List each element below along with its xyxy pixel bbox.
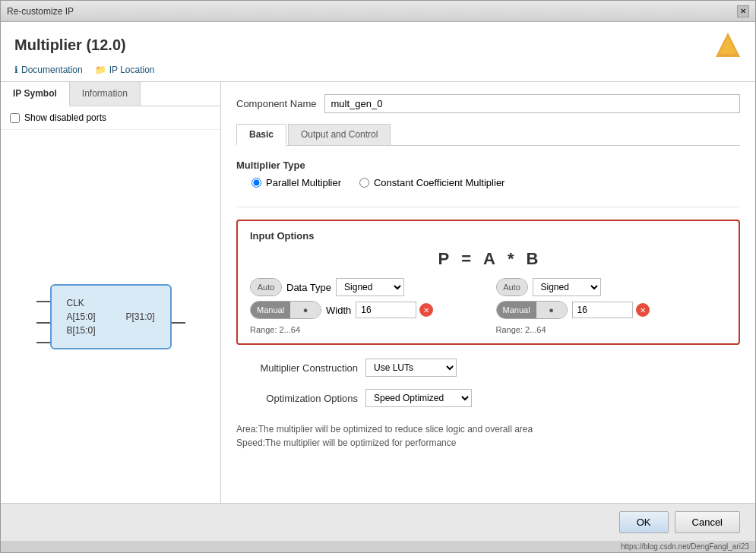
help-text-area: Area:The multiplier will be optimized to…	[236, 422, 740, 450]
a-auto-toggle[interactable]: Auto	[250, 278, 282, 296]
a-data-type-select[interactable]: Signed Unsigned	[336, 278, 404, 296]
b-wire	[36, 342, 50, 343]
help-area-line: Area:The multiplier will be optimized to…	[236, 422, 740, 436]
a-p-row: A[15:0] P[31:0]	[67, 311, 155, 322]
close-icon[interactable]: ✕	[737, 5, 749, 17]
input-a-col: Auto Data Type Signed Unsigned Manual	[250, 278, 481, 334]
b-width-clear[interactable]: ✕	[636, 303, 650, 317]
b-auto-toggle[interactable]: Auto	[496, 278, 528, 296]
component-name-input[interactable]	[324, 94, 741, 113]
a-manual-toggle[interactable]: Manual ●	[250, 301, 321, 319]
tab-ip-symbol[interactable]: IP Symbol	[1, 82, 70, 106]
url-bar: https://blog.csdn.net/DengFangl_ari23	[1, 541, 755, 552]
sub-tabs-bar: Basic Output and Control	[236, 124, 740, 146]
clk-wire	[36, 301, 50, 302]
multiplier-type-section: Multiplier Type Parallel Multiplier Cons…	[236, 160, 740, 194]
a-auto-left[interactable]: Auto	[251, 279, 281, 295]
input-options-title: Input Options	[250, 230, 726, 242]
multiplier-construction-row: Multiplier Construction Use LUTs Use Mul…	[236, 359, 740, 377]
controls-grid: Auto Data Type Signed Unsigned Manual	[250, 278, 726, 334]
a-width-clear[interactable]: ✕	[419, 303, 433, 317]
optimization-options-row: Optimization Options Speed Optimized Are…	[236, 389, 740, 407]
bottom-bar: OK Cancel	[1, 503, 755, 541]
b-width-input-row: ✕	[572, 302, 650, 318]
eq-p: P	[438, 249, 450, 269]
a-manual-side[interactable]: Manual	[251, 302, 290, 318]
radio-group: Parallel Multiplier Constant Coefficient…	[251, 177, 740, 188]
symbol-area: CLK A[15:0] P[31:0] B[15:0]	[1, 130, 220, 503]
eq-a: A	[483, 249, 495, 269]
help-speed-line: Speed:The multiplier will be optimized f…	[236, 436, 740, 450]
a-wire	[36, 322, 50, 324]
b-auto-side[interactable]: ●	[536, 302, 567, 318]
b-manual-side[interactable]: Manual	[497, 302, 536, 318]
multiplier-construction-select[interactable]: Use LUTs Use Mults	[365, 359, 457, 377]
clk-label: CLK	[67, 298, 84, 308]
main-content: IP Symbol Information Show disabled port…	[1, 82, 755, 503]
b-row: B[15:0]	[67, 325, 155, 336]
show-disabled-label: Show disabled ports	[24, 112, 106, 123]
eq-equals: =	[461, 249, 471, 269]
ok-button[interactable]: OK	[619, 511, 669, 533]
a-auto-side[interactable]: ●	[290, 302, 321, 318]
a-width-label: Width	[326, 305, 351, 316]
b-data-type-row: Auto Signed Unsigned	[496, 278, 727, 296]
optimization-options-select[interactable]: Speed Optimized Area Optimized	[365, 389, 472, 407]
header-area: Multiplier (12.0) ℹ Documentation 📁 IP L…	[1, 22, 755, 82]
p-wire	[172, 322, 185, 324]
eq-b: B	[527, 249, 539, 269]
b-width-row: Manual ● ✕	[496, 301, 727, 319]
equation-row: P = A * B	[250, 249, 726, 269]
divider-1	[236, 207, 740, 207]
logo-icon	[714, 31, 742, 58]
a-range-text: Range: 2...64	[250, 325, 481, 334]
p-label: P[31:0]	[125, 311, 154, 322]
a-data-type-label: Data Type	[286, 282, 331, 293]
b-range-text: Range: 2...64	[496, 325, 727, 334]
cancel-button[interactable]: Cancel	[675, 511, 740, 533]
b-width-input[interactable]	[572, 302, 633, 318]
app-title: Multiplier (12.0)	[14, 31, 742, 58]
input-b-col: Auto Signed Unsigned Manual ●	[496, 278, 727, 334]
input-options-box: Input Options P = A * B Auto	[236, 220, 740, 345]
a-width-row: Manual ● Width ✕	[250, 301, 481, 319]
multiplier-construction-label: Multiplier Construction	[236, 362, 358, 374]
app-title-text: Multiplier (12.0)	[14, 36, 126, 54]
chip-symbol: CLK A[15:0] P[31:0] B[15:0]	[50, 284, 172, 349]
eq-star: *	[508, 249, 514, 269]
clk-row: CLK	[67, 298, 155, 308]
titlebar-title: Re-customize IP	[7, 6, 74, 17]
b-auto-left[interactable]: Auto	[497, 279, 527, 295]
left-panel: IP Symbol Information Show disabled port…	[1, 82, 221, 503]
a-width-input[interactable]	[356, 302, 416, 318]
toolbar: ℹ Documentation 📁 IP Location	[14, 65, 742, 75]
info-icon: ℹ	[14, 65, 18, 75]
tab-information[interactable]: Information	[70, 82, 141, 106]
radio-parallel[interactable]: Parallel Multiplier	[251, 177, 341, 188]
right-panel: Component Name Basic Output and Control …	[221, 82, 755, 503]
b-label: B[15:0]	[67, 325, 96, 336]
main-window: Re-customize IP ✕ Multiplier (12.0) ℹ Do…	[0, 0, 756, 553]
component-name-label: Component Name	[236, 98, 317, 109]
sub-tab-basic[interactable]: Basic	[236, 124, 286, 146]
a-label: A[15:0]	[67, 311, 96, 322]
documentation-link[interactable]: ℹ Documentation	[14, 65, 83, 75]
a-width-input-row: ✕	[356, 302, 433, 318]
b-data-type-select[interactable]: Signed Unsigned	[533, 278, 601, 296]
sub-tab-output-control[interactable]: Output and Control	[288, 124, 391, 145]
ip-location-link[interactable]: 📁 IP Location	[95, 65, 155, 75]
show-disabled-checkbox[interactable]	[10, 113, 20, 123]
component-name-row: Component Name	[236, 94, 740, 113]
titlebar: Re-customize IP ✕	[1, 1, 755, 22]
optimization-options-label: Optimization Options	[236, 393, 358, 404]
folder-icon: 📁	[95, 65, 106, 75]
multiplier-type-title: Multiplier Type	[236, 160, 740, 171]
b-manual-toggle[interactable]: Manual ●	[496, 301, 568, 319]
a-data-type-row: Auto Data Type Signed Unsigned	[250, 278, 481, 296]
radio-constant[interactable]: Constant Coefficient Multiplier	[359, 177, 505, 188]
show-disabled-row: Show disabled ports	[1, 106, 220, 130]
left-tabs-bar: IP Symbol Information	[1, 82, 220, 106]
